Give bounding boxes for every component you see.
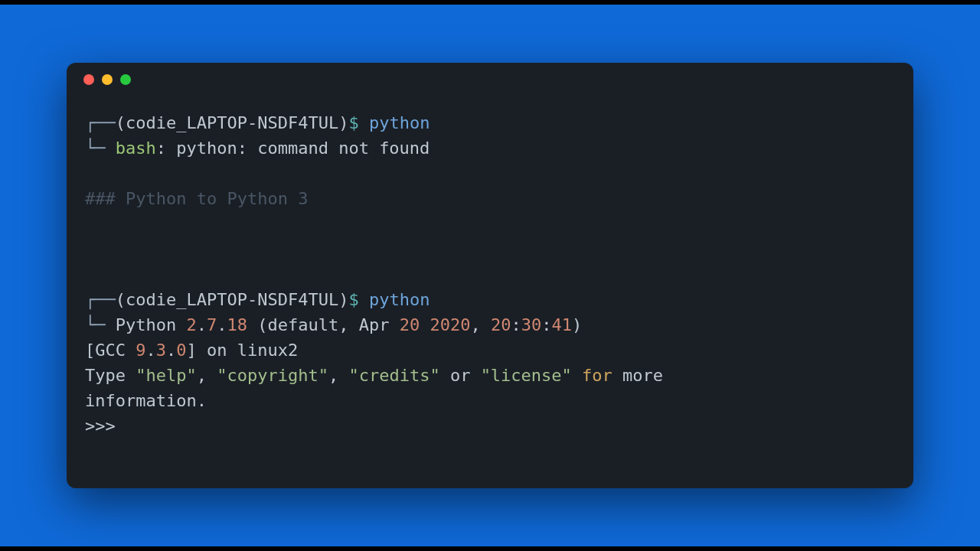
prompt-line: ┌──(codie_LAPTOP-NSDF4TUL)$ python (85, 287, 895, 312)
prompt-dollar: $ (348, 113, 369, 132)
prompt-line: ┌──(codie_LAPTOP-NSDF4TUL)$ python (85, 110, 895, 135)
command-text: python (369, 113, 430, 132)
gcc-line: [GCC 9.3.0] on linux2 (85, 337, 895, 363)
repl-prompt[interactable]: >>> (85, 413, 895, 439)
output-line: └─ bash: python: command not found (85, 135, 895, 161)
bash-label: bash (116, 139, 156, 158)
minimize-icon[interactable] (102, 74, 113, 85)
prompt-dollar: $ (348, 290, 369, 309)
comment-line: ### Python to Python 3 (85, 186, 895, 211)
prompt-corner-icon: └─ (85, 315, 116, 334)
python-version-line: └─ Python 2.7.18 (default, Apr 20 2020, … (85, 312, 895, 337)
maximize-icon[interactable] (120, 74, 131, 85)
prompt-corner-icon: ┌── (85, 290, 116, 309)
prompt-corner-icon: ┌── (85, 113, 116, 132)
terminal-window: ┌──(codie_LAPTOP-NSDF4TUL)$ python└─ bas… (67, 63, 913, 488)
prompt-host: codie_LAPTOP-NSDF4TUL (126, 113, 338, 132)
close-icon[interactable] (83, 74, 94, 85)
terminal-content[interactable]: ┌──(codie_LAPTOP-NSDF4TUL)$ python└─ bas… (67, 96, 913, 488)
help-line-2: information. (85, 388, 895, 413)
help-line: Type "help", "copyright", "credits" or "… (85, 363, 895, 388)
prompt-corner-icon: └─ (85, 139, 116, 158)
command-text: python (369, 290, 430, 309)
titlebar (67, 63, 913, 96)
error-text: : python: command not found (156, 139, 430, 158)
prompt-host: codie_LAPTOP-NSDF4TUL (126, 290, 338, 309)
